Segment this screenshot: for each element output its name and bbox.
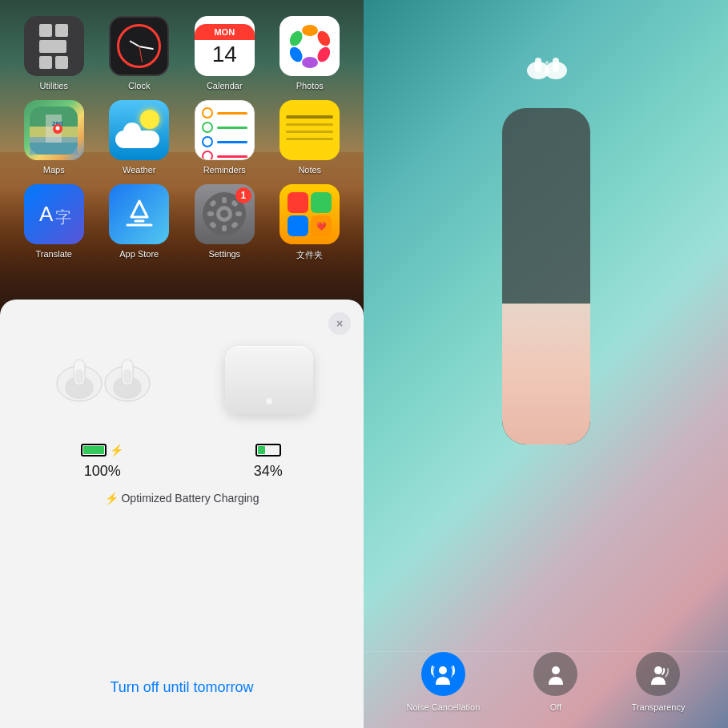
app-grid: Utilities Clock MON 14 Calendar xyxy=(8,8,356,269)
airpods-case-image xyxy=(217,336,321,424)
app-item-maps[interactable]: 280 Maps xyxy=(16,100,92,175)
app-item-settings[interactable]: 1 Settings xyxy=(187,184,263,261)
svg-point-6 xyxy=(304,40,316,53)
right-panel: Noise Cancellation Off Tra xyxy=(364,0,728,728)
reminder-dot-2 xyxy=(202,122,213,133)
app-icon-settings: 1 xyxy=(195,184,255,244)
settings-notification-badge: 1 xyxy=(235,187,251,203)
svg-point-13 xyxy=(56,126,60,130)
app-icon-appstore xyxy=(109,184,169,244)
app-item-reminders[interactable]: Reminders xyxy=(187,100,263,175)
note-line-1 xyxy=(286,115,333,119)
case-battery-percent: 34% xyxy=(254,463,283,480)
note-line-2 xyxy=(286,123,333,126)
earbuds-battery-fill xyxy=(83,446,104,454)
anc-button-transparency[interactable] xyxy=(636,652,680,696)
app-icon-folder: ❤️ xyxy=(280,184,340,244)
app-item-appstore[interactable]: App Store xyxy=(102,184,178,261)
anc-item-off[interactable]: Off xyxy=(533,652,577,712)
folder-mini-2 xyxy=(311,192,332,213)
left-panel: Utilities Clock MON 14 Calendar xyxy=(0,0,364,728)
clock-second-hand xyxy=(139,46,142,62)
optimized-charging-text: ⚡ Optimized Battery Charging xyxy=(105,492,259,505)
earbuds-battery-percent: 100% xyxy=(84,463,121,480)
turn-off-until-tomorrow-button[interactable]: Turn off until tomorrow xyxy=(110,679,253,696)
svg-text:A: A xyxy=(39,202,54,226)
util-dot-2 xyxy=(55,24,68,37)
case-battery-icon xyxy=(255,444,281,457)
calendar-date: 14 xyxy=(212,40,237,69)
app-item-translate[interactable]: A 字 Translate xyxy=(16,184,92,261)
weather-cloud-icon xyxy=(115,131,159,148)
app-icon-translate: A 字 xyxy=(24,184,84,244)
util-dot-3 xyxy=(39,56,52,69)
reminder-line-1 xyxy=(217,112,247,115)
svg-rect-23 xyxy=(207,211,214,216)
svg-rect-38 xyxy=(535,58,541,72)
app-item-weather[interactable]: Weather xyxy=(102,100,178,175)
reminder-dot-3 xyxy=(202,136,213,147)
app-label-clock: Clock xyxy=(128,81,151,90)
app-label-utilities: Utilities xyxy=(40,81,68,90)
app-icon-calendar: MON 14 xyxy=(195,16,255,76)
airpods-earbuds-image xyxy=(43,332,163,428)
clock-hour-hand xyxy=(129,40,139,47)
svg-rect-40 xyxy=(553,58,559,72)
anc-item-noise-cancellation[interactable]: Noise Cancellation xyxy=(407,652,481,712)
volume-slider[interactable] xyxy=(502,108,590,444)
app-item-clock[interactable]: Clock xyxy=(102,16,178,90)
popup-close-button[interactable]: × xyxy=(328,312,351,335)
airpods-popup: × xyxy=(0,300,364,728)
app-label-appstore: App Store xyxy=(119,249,159,259)
app-item-utilities[interactable]: Utilities xyxy=(16,16,92,90)
svg-rect-36 xyxy=(123,369,131,384)
svg-point-20 xyxy=(220,210,228,218)
airpods-status-indicator xyxy=(522,48,570,84)
app-label-settings: Settings xyxy=(208,249,240,259)
app-icon-clock xyxy=(109,16,169,76)
reminder-dot-4 xyxy=(202,151,213,160)
svg-point-3 xyxy=(302,57,318,68)
anc-item-transparency[interactable]: Transparency xyxy=(632,652,686,712)
clock-face xyxy=(117,24,161,68)
note-line-4 xyxy=(286,138,333,140)
app-label-photos: Photos xyxy=(296,81,324,90)
reminder-line-3 xyxy=(217,141,247,143)
battery-info-section: ⚡ 100% 34% xyxy=(16,444,348,480)
airpods-images-section xyxy=(16,332,348,428)
anc-button-off[interactable] xyxy=(533,652,577,696)
app-icon-weather xyxy=(109,100,169,160)
app-icon-reminders xyxy=(195,100,255,160)
optimized-charging-notice: ⚡ Optimized Battery Charging xyxy=(105,492,259,505)
app-icon-notes xyxy=(280,100,340,160)
note-line-3 xyxy=(286,131,333,133)
app-label-notes: Notes xyxy=(298,165,321,175)
util-dot-4 xyxy=(55,56,68,69)
app-icon-maps: 280 xyxy=(24,100,84,160)
folder-mini-1 xyxy=(288,192,308,213)
app-label-weather: Weather xyxy=(123,165,155,175)
app-item-folder[interactable]: ❤️ 文件夹 xyxy=(272,184,348,261)
app-item-calendar[interactable]: MON 14 Calendar xyxy=(187,16,263,90)
weather-sun-icon xyxy=(140,110,159,129)
anc-label-noise-cancellation: Noise Cancellation xyxy=(407,702,481,712)
app-icon-photos xyxy=(280,16,340,76)
svg-rect-32 xyxy=(75,369,83,384)
anc-label-transparency: Transparency xyxy=(632,702,686,712)
folder-mini-3 xyxy=(288,215,308,236)
anc-label-off: Off xyxy=(550,702,561,712)
app-label-calendar: Calendar xyxy=(207,81,243,90)
case-led-indicator xyxy=(266,398,272,404)
svg-point-42 xyxy=(439,666,447,674)
app-icon-utilities xyxy=(24,16,84,76)
svg-point-43 xyxy=(552,666,560,674)
calendar-month-header: MON xyxy=(195,24,255,40)
svg-rect-21 xyxy=(222,197,227,203)
app-item-photos[interactable]: Photos xyxy=(272,16,348,90)
app-item-notes[interactable]: Notes xyxy=(272,100,348,175)
volume-fill xyxy=(502,304,590,444)
svg-rect-22 xyxy=(222,225,227,231)
util-dot-wide xyxy=(39,40,66,53)
anc-button-noise-cancellation[interactable] xyxy=(421,652,465,696)
reminder-line-2 xyxy=(217,127,247,129)
